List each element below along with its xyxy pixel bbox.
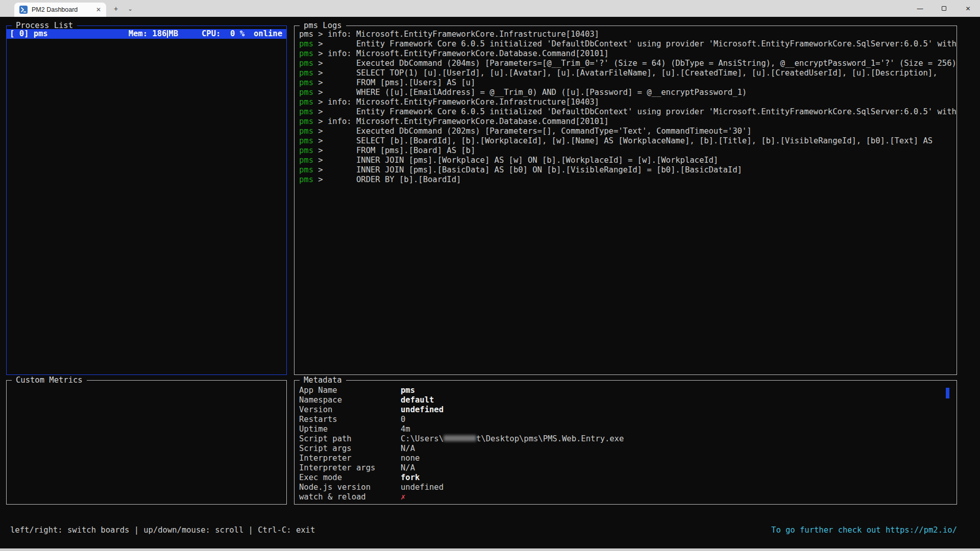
mem-value: 186: [152, 29, 166, 39]
metadata-row: Namespacedefault: [299, 395, 957, 405]
mem-label: Mem:: [129, 29, 153, 39]
redacted-username: [444, 435, 476, 441]
process-list-body: [ 0] pms Mem: 186MBCPU: 0 %online: [7, 26, 286, 374]
custom-metrics-body: [7, 381, 286, 504]
log-line: pms > INNER JOIN [pms].[BasicData] AS [b…: [299, 165, 957, 175]
metadata-row: Versionundefined: [299, 405, 957, 415]
metadata-panel: Metadata App NamepmsNamespacedefaultVers…: [294, 380, 957, 505]
metadata-row: App Namepms: [299, 386, 957, 395]
terminal-cursor: [167, 30, 168, 38]
minimize-icon[interactable]: —: [908, 0, 932, 17]
log-line: pms > FROM [pms].[Users] AS [u]: [299, 78, 957, 88]
process-row[interactable]: [ 0] pms Mem: 186MBCPU: 0 %online: [7, 29, 286, 39]
tab-close-icon[interactable]: ✕: [96, 7, 101, 13]
custom-metrics-panel: Custom Metrics: [6, 380, 287, 505]
log-line: pms > Executed DbCommand (202ms) [Parame…: [299, 127, 957, 136]
terminal-screen: Process List [ 0] pms Mem: 186MBCPU: 0 %…: [0, 17, 980, 548]
log-line: pms > info: Microsoft.EntityFrameworkCor…: [299, 97, 957, 107]
keyboard-help-text: left/right: switch boards | up/down/mous…: [10, 525, 315, 535]
metadata-rows: App NamepmsNamespacedefaultVersionundefi…: [295, 381, 957, 504]
scrollbar-thumb[interactable]: [946, 388, 949, 398]
log-line: pms > SELECT [b].[BoardId], [b].[Workpla…: [299, 136, 957, 146]
metadata-row: Node.js versionundefined: [299, 483, 957, 492]
log-line: pms > INNER JOIN [pms].[Workplace] AS [w…: [299, 156, 957, 165]
restore-icon[interactable]: [932, 0, 956, 17]
window-bottom-edge: [0, 548, 980, 551]
log-line: pms > Entity Framework Core 6.0.5 initia…: [299, 39, 957, 49]
terminal-tab[interactable]: PM2 Dashboard ✕: [14, 3, 106, 17]
metadata-row: Uptime4m: [299, 424, 957, 434]
log-line: pms > ORDER BY [b].[BoardId]: [299, 175, 957, 185]
log-line: pms > info: Microsoft.EntityFrameworkCor…: [299, 117, 957, 127]
cpu-value: 0 %: [220, 29, 244, 39]
metadata-row: Script pathC:\Users\t\Desktop\pms\PMS.We…: [299, 434, 957, 444]
log-line: pms > info: Microsoft.EntityFrameworkCor…: [299, 30, 957, 39]
new-tab-button[interactable]: +: [110, 3, 121, 14]
metadata-row: Exec modefork: [299, 473, 957, 483]
metadata-row: watch & reload✗: [299, 492, 957, 502]
metadata-row: Interpreternone: [299, 454, 957, 463]
window-controls: — ✕: [908, 0, 980, 17]
pm2-link[interactable]: To go further check out https://pm2.io/: [771, 525, 957, 535]
mem-unit: MB: [168, 29, 178, 39]
restore-glyph: [942, 6, 946, 11]
metadata-row: Restarts0: [299, 415, 957, 424]
log-line: pms > Entity Framework Core 6.0.5 initia…: [299, 107, 957, 117]
tab-dropdown-icon[interactable]: ⌄: [125, 3, 136, 14]
log-lines[interactable]: pms > info: Microsoft.EntityFrameworkCor…: [295, 26, 957, 374]
log-line: pms > FROM [pms].[Board] AS [b]: [299, 146, 957, 156]
process-list-panel: Process List [ 0] pms Mem: 186MBCPU: 0 %…: [6, 26, 287, 375]
tab-title: PM2 Dashboard: [32, 6, 92, 13]
logs-panel: pms Logs pms > info: Microsoft.EntityFra…: [294, 26, 957, 375]
powershell-icon: [19, 6, 28, 14]
process-name: [ 0] pms: [10, 29, 48, 39]
log-line: pms > Executed DbCommand (204ms) [Parame…: [299, 59, 957, 68]
window-titlebar: PM2 Dashboard ✕ + ⌄ — ✕: [0, 0, 980, 17]
log-line: pms > SELECT TOP(1) [u].[UserId], [u].[A…: [299, 68, 957, 78]
cpu-label: CPU:: [202, 29, 220, 39]
metadata-row: Script argsN/A: [299, 444, 957, 454]
log-line: pms > info: Microsoft.EntityFrameworkCor…: [299, 49, 957, 59]
status-bar: left/right: switch boards | up/down/mous…: [0, 525, 980, 535]
close-icon[interactable]: ✕: [956, 0, 980, 17]
metadata-row: Interpreter argsN/A: [299, 463, 957, 473]
status-badge: online: [254, 29, 282, 39]
process-stats: Mem: 186MBCPU: 0 %online: [129, 29, 282, 39]
log-line: pms > WHERE ([u].[EmailAddress] = @__Tri…: [299, 88, 957, 97]
